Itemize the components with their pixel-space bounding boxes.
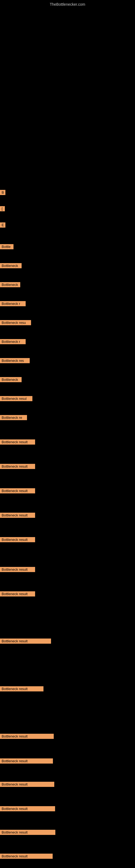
bottleneck-item: Bottleneck result <box>0 513 35 518</box>
bottleneck-item: Bottleneck <box>0 263 21 268</box>
bottleneck-item: Bottleneck result <box>0 591 35 596</box>
bottleneck-item: Bottleneck resu <box>0 320 31 325</box>
bottleneck-item: Bottleneck result <box>0 464 35 469</box>
bottleneck-item: Bottleneck result <box>0 537 35 542</box>
bottleneck-item: Bottleneck result <box>0 854 53 859</box>
bottleneck-item: Bottleneck result <box>0 686 43 691</box>
bottleneck-item: [ <box>0 206 5 211</box>
bottleneck-item: Bottleneck result <box>0 639 51 644</box>
bottleneck-item: E <box>0 222 5 227</box>
bottleneck-item: Bottleneck re <box>0 415 27 420</box>
bottleneck-item: Bottleneck result <box>0 830 55 835</box>
bottleneck-item: Bottleneck result <box>0 567 35 572</box>
bottleneck-item: B <box>0 190 5 195</box>
bottleneck-item: Bottleneck r <box>0 301 26 306</box>
bottleneck-item: Bottleneck r <box>0 339 26 344</box>
site-title: TheBottlenecker.com <box>0 0 135 9</box>
bottleneck-item: Bottle <box>0 244 13 249</box>
bottleneck-item: Bottleneck result <box>0 488 35 493</box>
bottleneck-item: Bottleneck result <box>0 806 55 811</box>
bottleneck-item: Bottleneck <box>0 282 20 287</box>
bottleneck-item: Bottleneck res <box>0 358 30 363</box>
bottleneck-item: Bottleneck result <box>0 734 54 739</box>
bottleneck-item: Bottleneck <box>0 377 21 382</box>
bottleneck-item: Bottleneck result <box>0 782 54 787</box>
bottleneck-item: Bottleneck result <box>0 758 53 764</box>
bottleneck-item: Bottleneck resul <box>0 396 32 401</box>
bottleneck-item: Bottleneck result <box>0 439 35 444</box>
